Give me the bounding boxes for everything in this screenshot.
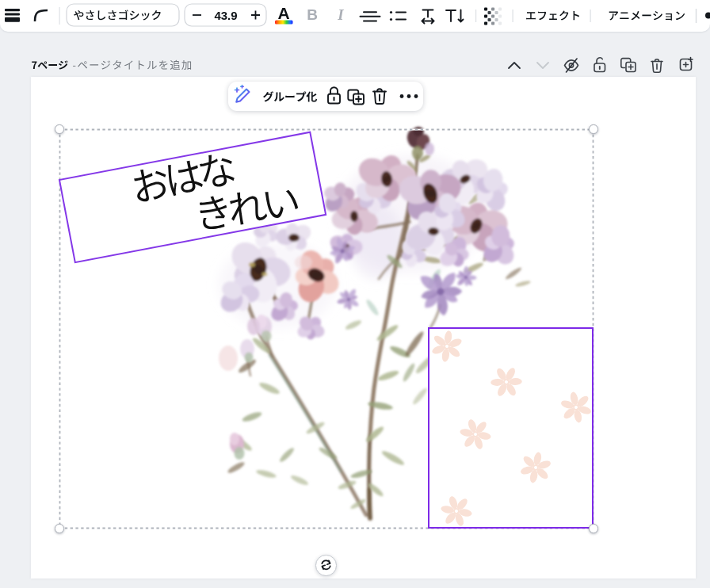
svg-text:B: B (307, 6, 318, 23)
svg-text:43.9: 43.9 (214, 9, 237, 22)
svg-text:I: I (337, 6, 344, 23)
svg-text:A: A (277, 4, 289, 22)
